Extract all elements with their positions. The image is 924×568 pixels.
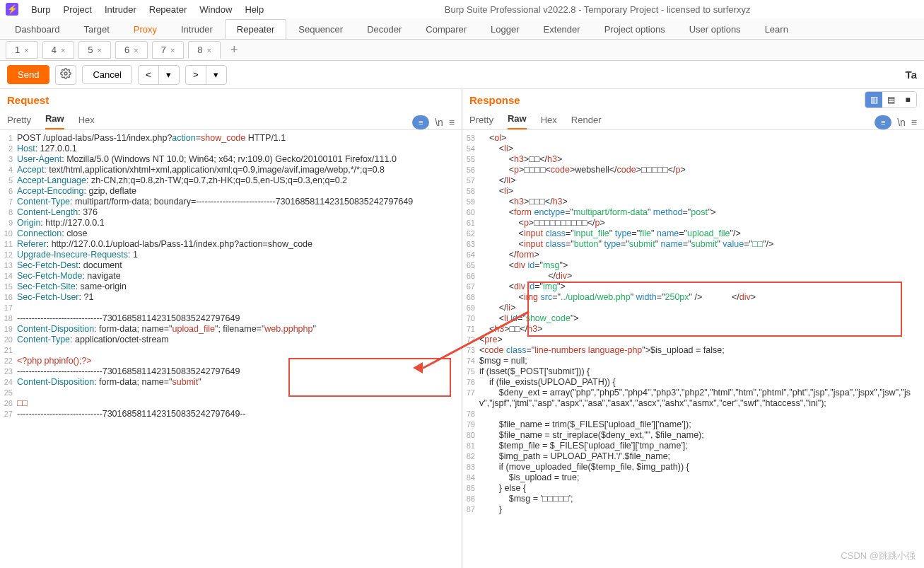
main-tab-user-options[interactable]: User options (677, 19, 753, 39)
code-line: 83 if (move_uploaded_file($temp_file, $i… (462, 462, 924, 473)
view-tab-raw[interactable]: Raw (508, 113, 527, 129)
sub-tab-8[interactable]: 8× (188, 41, 221, 59)
line-content: POST /upload-labs/Pass-11/index.php?acti… (17, 133, 462, 144)
line-content: Content-Length: 376 (17, 207, 462, 218)
close-icon[interactable]: × (24, 46, 28, 54)
line-content: Origin: http://127.0.0.1 (17, 218, 462, 228)
main-tab-intruder[interactable]: Intruder (169, 19, 225, 39)
menu-icon[interactable]: ≡ (911, 117, 917, 128)
line-number: 24 (0, 377, 17, 388)
code-line: 6Accept-Encoding: gzip, deflate (0, 186, 462, 197)
code-line: 20Content-Type: application/octet-stream (0, 335, 462, 345)
layout-toggle: ▥ ▤ ■ (865, 91, 917, 108)
code-line: 81 $temp_file = $_FILES['upload_file']['… (462, 441, 924, 451)
forward-dropdown-button[interactable]: ▾ (206, 65, 227, 85)
line-content: </li> (479, 175, 924, 186)
target-label: Ta (906, 69, 917, 81)
line-content: <h3>□□□</h3> (479, 197, 924, 207)
main-tab-decoder[interactable]: Decoder (355, 19, 414, 39)
add-tab-button[interactable]: + (225, 42, 244, 57)
line-content: Accept-Language: zh-CN,zh;q=0.8,zh-TW;q=… (17, 175, 462, 186)
code-line: 61 <p>□□□□□□□□□□</p> (462, 218, 924, 228)
menu-project[interactable]: Project (63, 4, 91, 15)
back-dropdown-button[interactable]: ▾ (158, 65, 180, 85)
sub-tab-4[interactable]: 4× (42, 41, 75, 59)
line-content: $img_path = UPLOAD_PATH.'/'.$file_name; (479, 451, 924, 462)
line-number: 3 (0, 154, 17, 165)
line-content: Content-Disposition: form-data; name="up… (17, 324, 462, 335)
code-line: 25 (0, 388, 462, 398)
sub-tab-6[interactable]: 6× (115, 41, 148, 59)
app-logo-icon: ⚡ (6, 3, 18, 16)
menu-burp[interactable]: Burp (31, 4, 50, 15)
close-icon[interactable]: × (207, 46, 211, 54)
view-tab-raw[interactable]: Raw (45, 113, 64, 129)
request-editor[interactable]: 1POST /upload-labs/Pass-11/index.php?act… (0, 130, 462, 568)
code-line: 70 <li id="show_code"> (462, 313, 924, 324)
main-tab-learn[interactable]: Learn (753, 19, 800, 39)
line-content: $msg = null; (479, 356, 924, 366)
forward-button[interactable]: > (185, 65, 206, 85)
main-tab-target[interactable]: Target (72, 19, 122, 39)
response-editor[interactable]: 53 <ol>54 <li>55 <h3>□□</h3>56 <p>□□□□<c… (462, 130, 924, 568)
menu-help[interactable]: Help (245, 4, 264, 15)
layout-single[interactable]: ■ (899, 92, 916, 108)
line-number: 23 (0, 366, 17, 377)
main-tab-logger[interactable]: Logger (479, 19, 531, 39)
settings-button[interactable] (55, 65, 76, 85)
layout-split-horizontal[interactable]: ▤ (882, 92, 899, 108)
line-number: 5 (0, 175, 17, 186)
sub-tab-1[interactable]: 1× (6, 41, 38, 59)
code-line: 84 $is_upload = true; (462, 473, 924, 483)
line-number: 4 (0, 165, 17, 175)
line-content: Sec-Fetch-User: ?1 (17, 292, 462, 303)
line-content: $file_name = str_ireplace($deny_ext,"", … (479, 430, 924, 441)
main-tab-sequencer[interactable]: Sequencer (286, 19, 355, 39)
close-icon[interactable]: × (98, 46, 102, 54)
menu-repeater[interactable]: Repeater (149, 4, 187, 15)
menu-window[interactable]: Window (199, 4, 232, 15)
line-number: 71 (462, 324, 479, 335)
menu-intruder[interactable]: Intruder (105, 4, 136, 15)
code-line: 17 (0, 303, 462, 313)
close-icon[interactable]: × (134, 46, 138, 54)
line-number: 21 (0, 345, 17, 356)
main-tab-extender[interactable]: Extender (532, 19, 592, 39)
sub-tab-7[interactable]: 7× (152, 41, 185, 59)
line-number: 9 (0, 218, 17, 228)
main-tab-dashboard[interactable]: Dashboard (3, 19, 72, 39)
line-content: $is_upload = true; (479, 473, 924, 483)
view-tab-render[interactable]: Render (571, 115, 602, 129)
newline-icon[interactable]: \n (897, 117, 906, 128)
newline-icon[interactable]: \n (435, 117, 443, 128)
line-content: <input class="input_file" type="file" na… (479, 228, 924, 239)
line-content: Content-Disposition: form-data; name="su… (17, 377, 462, 388)
view-tab-pretty[interactable]: Pretty (7, 115, 31, 129)
close-icon[interactable]: × (61, 46, 65, 54)
layout-split-vertical[interactable]: ▥ (865, 92, 882, 108)
response-pane: Response ▥ ▤ ■ PrettyRawHexRender ≡ \n ≡… (462, 89, 924, 568)
main-tab-project-options[interactable]: Project options (592, 19, 677, 39)
view-tab-hex[interactable]: Hex (541, 115, 557, 129)
main-tab-repeater[interactable]: Repeater (225, 19, 286, 39)
line-content: □□ (17, 398, 462, 409)
cancel-button[interactable]: Cancel (82, 65, 131, 84)
send-button[interactable]: Send (7, 65, 49, 84)
line-content: Sec-Fetch-Dest: document (17, 260, 462, 271)
close-icon[interactable]: × (170, 46, 175, 54)
sub-tab-5[interactable]: 5× (78, 41, 111, 59)
menu-icon[interactable]: ≡ (449, 117, 455, 128)
actions-chip[interactable]: ≡ (875, 115, 891, 129)
main-tab-proxy[interactable]: Proxy (122, 19, 169, 39)
line-number: 74 (462, 356, 479, 366)
history-back-group: < ▾ (138, 65, 180, 85)
actions-chip[interactable]: ≡ (412, 115, 429, 129)
line-number: 78 (462, 409, 479, 419)
back-button[interactable]: < (138, 65, 159, 85)
line-content (17, 345, 462, 356)
line-content: } (479, 504, 924, 515)
code-line: 24Content-Disposition: form-data; name="… (0, 377, 462, 388)
view-tab-pretty[interactable]: Pretty (469, 115, 493, 129)
main-tab-comparer[interactable]: Comparer (414, 19, 479, 39)
view-tab-hex[interactable]: Hex (78, 115, 95, 129)
